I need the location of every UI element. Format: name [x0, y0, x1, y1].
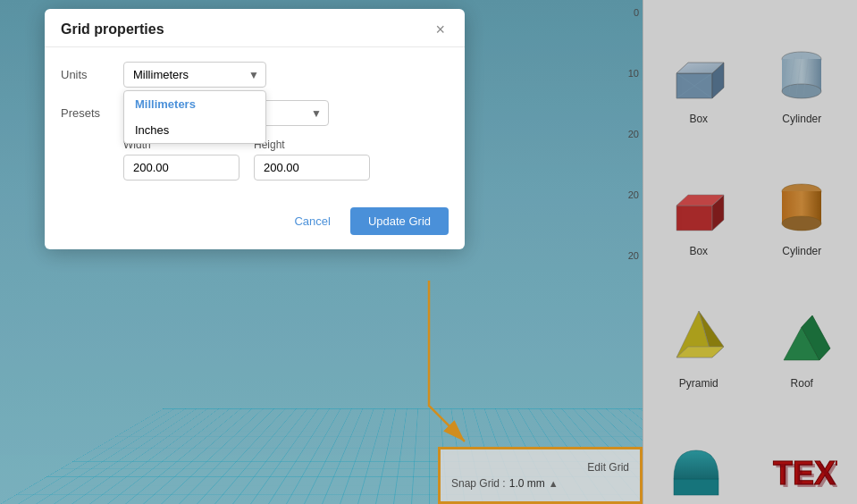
dropdown-item-millimeters[interactable]: Millimeters	[124, 91, 265, 117]
update-grid-button[interactable]: Update Grid	[350, 207, 449, 235]
units-row: Units Millimeters Inches ▼ Millimeters I…	[61, 62, 449, 88]
height-label: Height	[254, 139, 370, 151]
units-select-wrapper: Millimeters Inches ▼ Millimeters Inches	[123, 62, 266, 88]
presets-label: Presets	[61, 106, 123, 120]
dialog-close-button[interactable]: ×	[432, 21, 449, 38]
height-input[interactable]	[254, 155, 370, 181]
grid-properties-dialog: Grid properties × Units Millimeters Inch…	[45, 9, 465, 249]
width-input[interactable]	[123, 155, 239, 181]
dialog-title: Grid properties	[61, 21, 164, 38]
dialog-body: Units Millimeters Inches ▼ Millimeters I…	[45, 47, 465, 198]
units-select[interactable]: Millimeters Inches	[123, 62, 266, 88]
dialog-footer: Cancel Update Grid	[45, 198, 465, 249]
modal-overlay: Grid properties × Units Millimeters Inch…	[0, 0, 857, 504]
cancel-button[interactable]: Cancel	[285, 209, 339, 233]
units-label: Units	[61, 68, 123, 81]
height-group: Height	[254, 139, 370, 181]
dialog-header: Grid properties ×	[45, 9, 465, 47]
dropdown-item-inches[interactable]: Inches	[124, 117, 265, 143]
width-group: Width	[123, 139, 239, 181]
units-dropdown-menu: Millimeters Inches	[123, 90, 266, 144]
